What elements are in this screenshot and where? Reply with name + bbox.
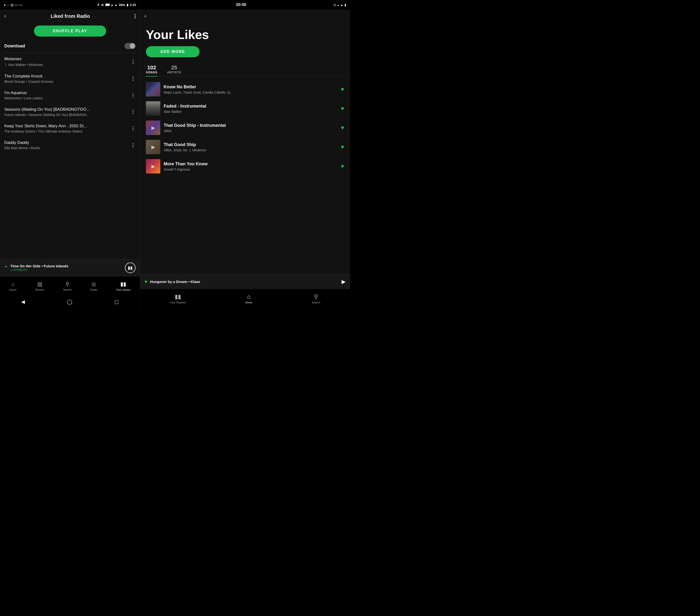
song-artist: Future Islands • Seasons (Waiting On You… <box>4 113 89 117</box>
rnp-heart-icon[interactable]: ♥ <box>145 279 148 285</box>
nav-home[interactable]: ⌂ Home <box>9 281 16 291</box>
song-more-button[interactable] <box>131 109 136 115</box>
pause-button[interactable]: ▮▮ <box>125 263 136 273</box>
song-list: Molasses ⇩ Kan Wakan • Molasses The Comp… <box>0 53 140 259</box>
battery-icon: ▮ <box>127 3 128 7</box>
list-item: The Complete Knock Blood Orange • Coasta… <box>4 71 136 87</box>
list-item: I'm Aquarius Metronomy • Love Letters <box>4 87 136 104</box>
right-signal-icon: ▲ <box>340 3 343 7</box>
list-item[interactable]: Faded - Instrumental Alan Walker ♥ <box>140 99 350 118</box>
library-icon: ▮▮ <box>120 281 126 287</box>
album-art <box>146 82 160 97</box>
song-more-button[interactable] <box>131 92 136 98</box>
right-top-nav: ‹ <box>140 10 350 23</box>
back-button[interactable]: ‹ <box>4 13 6 19</box>
nav-library-label: Your Library <box>116 288 130 291</box>
nav-library[interactable]: ▮▮ Your Library <box>116 281 130 291</box>
song-meta: Metronomy • Love Letters <box>4 96 131 100</box>
spotify-icon: ● <box>4 3 6 7</box>
np-device: ♬ RYNE-PC <box>10 268 68 272</box>
album-art <box>146 101 160 116</box>
likes-tabs: 102 SONGS 25 ARTISTS <box>140 64 350 77</box>
play-button[interactable]: ▶ <box>341 279 346 285</box>
download-label: Download <box>4 43 25 49</box>
playlists-icon: ▮▮ <box>175 293 181 300</box>
liked-heart-icon[interactable]: ♥ <box>341 105 344 112</box>
liked-song-artist: Axwell /\ Ingrosso <box>164 167 265 171</box>
album-art-inner: ▶ <box>146 140 160 154</box>
android-back-button[interactable]: ◀ <box>21 299 25 305</box>
nav-home-label: Home <box>9 288 16 291</box>
song-title: Seasons (Waiting On You) [BADBADNOTGO... <box>4 107 120 112</box>
np-track: Time On Her Side • Future Islands ♬ RYNE… <box>10 264 68 272</box>
nav-radio-label: Radio <box>90 288 98 291</box>
rnav-home-label: Home <box>245 301 252 304</box>
android-recent-button[interactable]: ▢ <box>114 299 119 305</box>
song-meta: Blood Orange • Coastal Grooves <box>4 80 131 84</box>
liked-heart-icon[interactable]: ♥ <box>341 124 344 131</box>
more-options-button[interactable] <box>135 14 136 18</box>
song-more-button[interactable] <box>131 142 136 148</box>
song-artist: The Andrews Sisters • The Ultimate Andre… <box>4 129 82 133</box>
artists-count: 25 <box>171 64 177 71</box>
tab-songs[interactable]: 102 SONGS <box>146 64 158 76</box>
liked-heart-icon[interactable]: ♥ <box>341 144 344 150</box>
nav-search[interactable]: ⚲ Search <box>63 281 72 291</box>
song-title: I'm Aquarius <box>4 90 120 95</box>
bluetooth-icon: ✗ <box>97 3 100 7</box>
right-status-bar: 00:09 ⊖ ▴ ▲ ▮ <box>140 0 350 10</box>
rnp-info: Hungover by a Dream • Klaas <box>150 280 200 284</box>
liked-song-artist: AllttA <box>164 129 265 133</box>
song-info: The Complete Knock Blood Orange • Coasta… <box>4 74 131 84</box>
download-toggle[interactable] <box>124 43 136 49</box>
rnav-playlists[interactable]: ▮▮ Your Playlists <box>170 293 186 304</box>
list-item[interactable]: ▶ That Good Ship AllttA, 20syl, Mr. J. M… <box>140 137 350 156</box>
rnav-home[interactable]: ⌂ Home <box>245 293 252 304</box>
song-artist: Ella Mae Morse • Rocks <box>4 146 40 150</box>
tab-artists[interactable]: 25 ARTISTS <box>167 64 181 76</box>
rnp-title: Hungover by a Dream • Klaas <box>150 280 200 284</box>
liked-song-title: Know No Better <box>164 85 337 89</box>
song-title: The Complete Knock <box>4 74 120 79</box>
song-artist: Metronomy • Love Letters <box>4 96 43 100</box>
liked-song-info: That Good Ship AllttA, 20syl, Mr. J. Med… <box>164 142 337 152</box>
nav-browse[interactable]: ▧ Browse <box>35 281 44 291</box>
list-item[interactable]: ▶ More Than You Know Axwell /\ Ingrosso … <box>140 156 350 176</box>
your-likes-title: Your Likes <box>146 27 209 42</box>
list-item[interactable]: Know No Better Major Lazer, Travis Scott… <box>140 80 350 99</box>
list-item[interactable]: ▶ That Good Ship - Instrumental AllttA ♥ <box>140 118 350 137</box>
shuffle-play-button[interactable]: SHUFFLE PLAY <box>34 25 106 37</box>
song-more-button[interactable] <box>131 76 136 82</box>
album-art-inner: ▶ <box>146 159 160 174</box>
rnav-search-icon: ⚲ <box>314 293 318 300</box>
donotdisturb-icon: ⊖ <box>101 3 104 7</box>
liked-heart-icon[interactable]: ♥ <box>341 86 344 93</box>
add-more-button[interactable]: ADD MORE <box>146 46 200 57</box>
left-status-right: ✗ ⊖ ⌨ ▴ ▲ 98% ▮ 3:35 <box>97 3 136 7</box>
liked-heart-icon[interactable]: ♥ <box>341 163 344 169</box>
nav-radio[interactable]: ◎ Radio <box>90 281 98 291</box>
song-artist: Blood Orange • Coastal Grooves <box>4 80 53 84</box>
song-meta: ⇩ Kan Wakan • Molasses <box>4 62 131 67</box>
rnav-search[interactable]: ⚲ Search <box>312 293 320 304</box>
key-icon: ⌨ <box>105 3 110 7</box>
songs-count: 102 <box>147 64 156 71</box>
android-nav: ◀ ◯ ▢ <box>0 296 140 308</box>
rnav-search-label: Search <box>312 301 320 304</box>
browse-icon: ▧ <box>37 281 42 287</box>
liked-song-artist: AllttA, 20syl, Mr. J. Medeiros <box>164 148 265 152</box>
song-meta: Future Islands • Seasons (Waiting On You… <box>4 113 131 117</box>
song-more-button[interactable] <box>131 59 136 65</box>
song-info: Seasons (Waiting On You) [BADBADNOTGO...… <box>4 107 131 117</box>
song-meta: Ella Mae Morse • Rocks <box>4 146 131 150</box>
rnav-playlists-label: Your Playlists <box>170 301 186 304</box>
android-home-button[interactable]: ◯ <box>67 299 72 305</box>
left-top-nav: ‹ Liked from Radio <box>0 10 140 23</box>
img-icon: ▤ <box>11 3 13 7</box>
bottom-nav: ⌂ Home ▧ Browse ⚲ Search ◎ Radio ▮▮ Your… <box>0 276 140 296</box>
song-title: Keep Your Skirts Down, Mary Ann - 2002 D… <box>4 124 120 128</box>
song-title: Molasses <box>4 56 120 61</box>
song-more-button[interactable] <box>131 125 136 131</box>
liked-song-info: Faded - Instrumental Alan Walker <box>164 104 337 114</box>
right-back-button[interactable]: ‹ <box>145 13 146 19</box>
